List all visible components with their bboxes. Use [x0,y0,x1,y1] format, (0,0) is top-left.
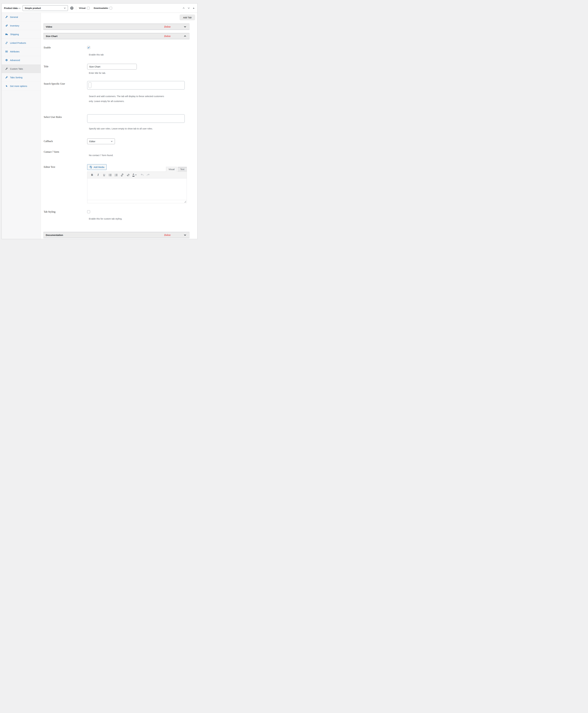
custom-tabs-panel: Add Tab Video Delete Size Chart Delete [41,13,197,239]
bulleted-list-icon[interactable] [108,173,112,177]
product-data-header: Product data — Simple product ? Virtual:… [2,3,197,13]
text-color-button[interactable]: A [132,173,136,177]
tab-styling-checkbox[interactable] [87,210,90,213]
wrench-icon [5,76,8,79]
delete-tab-link[interactable]: Delete [164,25,171,28]
wrench-icon [5,67,8,70]
sidebar-item-label: General [10,16,18,18]
title-label: Title [44,64,87,74]
text-color-icon: A [132,173,134,177]
chevron-down-icon[interactable] [184,25,187,28]
callback-value: Editor [89,140,95,143]
wrench-icon [5,16,8,18]
search-specific-user-description: Search and add customers. The tab will d… [89,94,197,104]
user-search-input[interactable] [88,82,91,88]
underline-icon[interactable]: U [102,173,106,177]
media-icon [89,166,92,168]
virtual-checkbox[interactable] [87,7,90,9]
accordion-title: Size Chart [46,35,164,38]
search-specific-user-field[interactable] [87,81,185,89]
select-user-roles-description: Specify tab user roles. Leave empty to s… [89,127,197,130]
sidebar-item-label: Advanced [10,59,20,61]
chevron-down-icon [135,174,136,176]
wp-editor: Add Media Visual Text B I [87,164,187,203]
link-icon[interactable] [121,173,124,177]
product-data-metabox: Product data — Simple product ? Virtual:… [2,3,197,239]
chevron-down-icon [110,140,113,143]
enable-label: Enable [44,46,87,56]
callback-label: Callback [44,139,87,144]
sidebar-item-general[interactable]: General [2,13,41,21]
sidebar-item-get-more-options[interactable]: Get more options [2,82,41,90]
product-type-select[interactable]: Simple product [23,5,68,11]
product-data-tabs-sidebar: General Inventory Shipping Linked Produc… [2,13,41,239]
select-user-roles-label: Select User Roles [44,114,87,130]
sidebar-item-inventory[interactable]: Inventory [2,21,41,30]
title-description: Enter title for tab. [89,72,197,74]
select-user-roles-field[interactable] [87,114,185,123]
accordion-video[interactable]: Video Delete [43,24,189,30]
enable-checkbox[interactable] [87,46,90,49]
accordion-title: Documentation [46,234,164,237]
sidebar-item-label: Get more options [10,85,27,87]
truck-icon [5,33,8,36]
delete-tab-link[interactable]: Delete [164,35,171,38]
accordion-documentation[interactable]: Documentation Delete [43,232,189,238]
plug-icon [5,85,8,87]
contact-7-form-description: No contact 7 form found. [89,150,197,157]
editor-tab-visual[interactable]: Visual [166,167,177,171]
virtual-label: Virtual: [79,7,86,9]
downloadable-checkbox[interactable] [109,7,112,9]
enable-description: Enable this tab [89,54,197,56]
add-tab-button[interactable]: Add Tab [180,15,195,20]
delete-tab-link[interactable]: Delete [164,234,171,237]
tab-styling-label: Tab Styling [44,210,87,220]
sidebar-item-label: Attributes [10,50,19,53]
sidebar-item-attributes[interactable]: Attributes [2,47,41,56]
numbered-list-icon[interactable]: 123 [114,173,118,177]
link-icon [5,42,8,44]
resize-grip-icon[interactable] [184,201,186,203]
accordion-title: Video [46,25,164,28]
metabox-title: Product data — [4,7,20,9]
product-type-value: Simple product [25,7,41,9]
attributes-icon [5,50,8,53]
chevron-down-icon[interactable] [184,233,187,237]
unlink-icon[interactable] [126,173,130,177]
editor-content-area[interactable] [87,178,187,200]
bold-icon[interactable]: B [90,173,94,177]
add-media-button[interactable]: Add Media [87,164,107,170]
tab-title-input[interactable] [87,64,137,69]
sidebar-item-label: Linked Products [10,42,26,44]
chevron-down-icon [64,7,66,9]
sidebar-item-label: Tabs Sorting [10,76,22,79]
search-specific-user-label: Search Specific User [44,81,87,104]
sidebar-item-advanced[interactable]: Advanced [2,56,41,64]
sidebar-item-shipping[interactable]: Shipping [2,30,41,39]
redo-icon[interactable] [146,173,150,177]
callback-select[interactable]: Editor [87,139,115,144]
collapse-panel-icon[interactable] [192,7,195,9]
contact-7-form-label: Contact 7 form [44,150,87,157]
editor-text-label: Editor Text [44,164,87,203]
sidebar-item-custom-tabs[interactable]: Custom Tabs [2,64,41,73]
move-down-icon[interactable] [187,7,190,9]
editor-status-bar [87,200,187,203]
accordion-size-chart[interactable]: Size Chart Delete [43,33,189,39]
tab-styling-description: Enable this for custom tab styling. [89,218,197,220]
gear-icon [5,59,8,61]
chevron-up-icon[interactable] [184,35,187,38]
undo-icon[interactable] [141,173,144,177]
italic-icon[interactable]: I [97,173,100,177]
tag-icon [5,24,8,27]
editor-tab-text[interactable]: Text [178,167,187,171]
sidebar-item-label: Custom Tabs [10,68,23,70]
sidebar-item-label: Shipping [10,33,19,36]
sidebar-item-tabs-sorting[interactable]: Tabs Sorting [2,73,41,82]
editor-toolbar: B I U 123 [87,171,187,178]
help-icon[interactable]: ? [70,6,74,10]
sidebar-item-linked-products[interactable]: Linked Products [2,39,41,47]
move-up-icon[interactable] [182,7,185,9]
downloadable-label: Downloadable: [93,7,108,9]
sidebar-item-label: Inventory [10,24,19,27]
